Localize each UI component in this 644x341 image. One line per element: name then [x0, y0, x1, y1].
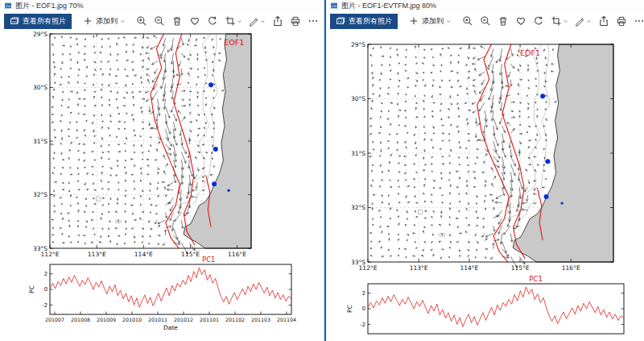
- pc-y-tick-label: 0: [44, 286, 47, 293]
- edit-icon: [574, 15, 585, 27]
- add-to-button[interactable]: 添加到: [77, 15, 130, 27]
- app-icon: [4, 2, 12, 10]
- zoom-out-icon[interactable]: [480, 15, 491, 27]
- chevron-down-icon: [260, 19, 266, 24]
- view-all-photos-label: 查看所有照片: [349, 16, 392, 27]
- map-plot: 112°E113°E114°E115°E116°E29°S30°S31°S32°…: [351, 41, 613, 272]
- chevron-down-icon: [120, 19, 126, 24]
- pc-y-tick-label: -2: [42, 302, 47, 309]
- pc1-title: PC1: [202, 256, 215, 264]
- figure-eof1-jpg: 112°E113°E114°E115°E116°E29°S30°S31°S32°…: [0, 31, 324, 341]
- station-marker: [208, 82, 213, 87]
- share-icon[interactable]: [598, 15, 609, 27]
- pc1-title: PC1: [529, 275, 542, 283]
- x-tick-label: 114°E: [460, 264, 479, 272]
- station-marker: [213, 147, 218, 152]
- pc-x-tick-label: 201103: [251, 317, 270, 322]
- plus-icon: [408, 15, 419, 27]
- pc-plot: 20-2PCPC12010072010082010092010102010112…: [28, 256, 296, 331]
- titlebar[interactable]: 图片 - EOF1-EVTFM.jpg 80%: [326, 0, 644, 11]
- pc-y-tick-label: -2: [360, 322, 365, 328]
- station-marker: [540, 94, 545, 98]
- toolbar-center-group: [462, 15, 568, 27]
- pc-plot: 20-2PCPC1: [346, 275, 624, 334]
- figure-eof1-evtfm-jpg: 112°E113°E114°E115°E116°E29°S30°S31°S32°…: [326, 31, 644, 341]
- favorite-icon[interactable]: [189, 15, 200, 27]
- x-tick-label: 113°E: [410, 264, 428, 272]
- pc-x-tick-label: 201009: [97, 317, 116, 322]
- add-to-button[interactable]: 添加到: [403, 15, 456, 27]
- toolbar: 查看所有照片 添加到: [0, 11, 324, 31]
- pc-y-tick-label: 0: [362, 306, 365, 312]
- more-icon[interactable]: [634, 15, 644, 27]
- zoom-in-icon[interactable]: [136, 15, 147, 27]
- x-tick-label: 116°E: [562, 264, 580, 272]
- window-title: 图片 - EOF1-EVTFM.jpg 80%: [341, 1, 436, 11]
- y-tick-label: 31°S: [33, 138, 47, 145]
- y-tick-label: 30°S: [351, 95, 365, 102]
- photo-viewer-canvas[interactable]: 112°E113°E114°E115°E116°E29°S30°S31°S32°…: [326, 31, 644, 341]
- y-tick-label: 33°S: [33, 245, 47, 252]
- pc-x-tick-label: 201104: [277, 317, 296, 322]
- toolbar-right-group: [248, 15, 321, 27]
- view-all-photos-label: 查看所有照片: [23, 16, 66, 27]
- zoom-out-icon[interactable]: [154, 15, 165, 27]
- more-icon[interactable]: [308, 15, 319, 27]
- window-title: 图片 - EOF1.jpg 70%: [15, 1, 84, 11]
- toolbar: 查看所有照片 添加到: [326, 11, 644, 31]
- pc-ylabel: PC: [28, 285, 35, 293]
- photo-viewer-canvas[interactable]: 112°E113°E114°E115°E116°E29°S30°S31°S32°…: [0, 31, 324, 341]
- y-tick-label: 33°S: [351, 259, 365, 266]
- pc-x-tick-label: 201102: [225, 317, 245, 322]
- eof1-annotation: EOF1: [520, 48, 540, 57]
- photos-grid-icon: [10, 16, 19, 26]
- crop-icon: [551, 15, 562, 27]
- chevron-down-icon: [237, 19, 242, 24]
- edit-button[interactable]: [574, 15, 592, 27]
- share-icon[interactable]: [272, 15, 283, 27]
- print-icon[interactable]: [290, 15, 301, 27]
- desktop-split-view: 图片 - EOF1.jpg 70% 查看所有照片 添加到: [0, 0, 644, 341]
- map-plot: 112°E113°E114°E115°E116°E29°S30°S31°S32°…: [33, 31, 251, 258]
- station-marker: [560, 202, 563, 204]
- photos-grid-icon: [336, 16, 345, 26]
- pc-y-tick-label: 2: [44, 271, 47, 277]
- pc-xlabel: Date: [163, 324, 178, 331]
- x-tick-label: 116°E: [228, 251, 246, 258]
- delete-icon[interactable]: [171, 15, 183, 27]
- y-tick-label: 32°S: [351, 204, 365, 211]
- chevron-down-icon: [586, 19, 592, 24]
- y-tick-label: 29°S: [33, 31, 47, 38]
- edit-icon: [248, 15, 259, 27]
- plus-icon: [82, 15, 93, 27]
- favorite-icon[interactable]: [515, 15, 526, 27]
- x-tick-label: 113°E: [88, 251, 106, 258]
- print-icon[interactable]: [616, 15, 627, 27]
- view-all-photos-button[interactable]: 查看所有照片: [330, 14, 398, 29]
- titlebar[interactable]: 图片 - EOF1.jpg 70%: [0, 0, 324, 11]
- chevron-down-icon: [446, 19, 452, 24]
- add-to-label: 添加到: [96, 16, 118, 27]
- pc-ylabel: PC: [346, 305, 353, 313]
- view-all-photos-button[interactable]: 查看所有照片: [4, 14, 72, 29]
- crop-button[interactable]: [225, 15, 242, 27]
- crop-icon: [225, 15, 236, 27]
- delete-icon[interactable]: [497, 15, 509, 27]
- toolbar-center-group: [136, 15, 242, 27]
- station-marker: [212, 181, 217, 186]
- pc-x-tick-label: 201010: [122, 317, 142, 322]
- photos-window-left: 图片 - EOF1.jpg 70% 查看所有照片 添加到: [0, 0, 324, 341]
- crop-button[interactable]: [551, 15, 568, 27]
- zoom-in-icon[interactable]: [462, 15, 473, 27]
- eof1-annotation: EOF1: [224, 38, 244, 47]
- y-tick-label: 32°S: [33, 191, 47, 198]
- edit-button[interactable]: [248, 15, 266, 27]
- pc-x-tick-label: 201011: [148, 317, 167, 322]
- y-tick-label: 29°S: [351, 41, 365, 48]
- rotate-icon[interactable]: [533, 15, 544, 27]
- rotate-icon[interactable]: [207, 15, 218, 27]
- station-marker: [544, 194, 549, 199]
- pc-x-tick-label: 201101: [200, 317, 219, 322]
- station-marker: [227, 189, 229, 191]
- app-icon: [330, 2, 338, 10]
